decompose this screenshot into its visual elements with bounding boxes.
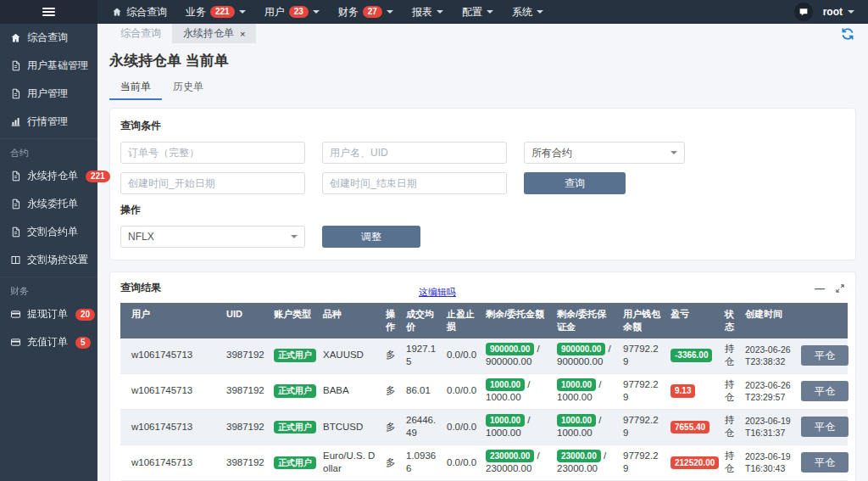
nav-item-2[interactable]: 用户23	[255, 0, 329, 24]
nav-item-label: 财务	[338, 5, 359, 20]
column-header: 操作	[381, 303, 402, 338]
cell-avg-price: 1927.15	[402, 338, 442, 374]
column-header: 用户	[120, 303, 222, 338]
expand-panel-icon[interactable]	[835, 283, 845, 294]
margin-badge: 23000.00	[557, 450, 601, 463]
nav-item-label: 综合查询	[126, 5, 167, 20]
pnl-badge: -3366.00	[670, 349, 712, 362]
cell-pnl: 7655.40	[666, 409, 721, 445]
cell-remain-amount: 1000.00 /1000.00	[481, 409, 553, 445]
sidebar-item-1[interactable]: 用户基础管理	[0, 52, 97, 80]
cell-remain-amount: 230000.00 /230000.00	[481, 445, 553, 480]
columns-icon	[10, 254, 21, 266]
close-position-button[interactable]: 平仓	[801, 417, 849, 437]
nav-item-3[interactable]: 财务27	[329, 0, 403, 24]
messages-button[interactable]	[794, 3, 813, 21]
column-header: 剩余/委托保证金	[553, 303, 619, 338]
sidebar-item-6[interactable]: 永续委托单	[0, 190, 97, 218]
cell-remain-margin: 1000.00 /1000.00	[553, 373, 619, 409]
nav-item-label: 系统	[512, 5, 532, 20]
annotation-link[interactable]: 这编辑吗	[419, 286, 456, 299]
refresh-button[interactable]	[841, 27, 854, 41]
results-table-body: w10617457133987192正式用户XAUUSD多1927.150.0/…	[120, 338, 848, 481]
card-icon	[10, 309, 21, 320]
home-icon	[10, 32, 21, 43]
amount-badge: 1000.00	[486, 378, 525, 392]
sidebar-item-5[interactable]: 永续持仓单221	[0, 162, 97, 190]
sidebar-item-label: 充值订单	[27, 335, 68, 350]
close-position-button[interactable]: 平仓	[801, 345, 849, 366]
sidebar-item-7[interactable]: 交割合约单	[0, 218, 97, 246]
close-tab-icon[interactable]: ×	[240, 29, 245, 39]
chevron-down-icon	[848, 10, 854, 14]
sidebar-item-8[interactable]: 交割场控设置	[0, 246, 97, 274]
nav-item-label: 配置	[462, 5, 482, 20]
pnl-badge: 212520.00	[670, 456, 719, 470]
top-navbar: 综合查询业务221用户23财务27报表配置系统 root	[0, 0, 868, 24]
sidebar-item-label: 提现订单	[27, 307, 68, 322]
column-header: 账户类型	[270, 303, 319, 338]
margin-badge: 1000.00	[557, 378, 596, 392]
close-position-button[interactable]: 平仓	[801, 452, 849, 473]
cell-direction: 多	[381, 373, 402, 409]
cell-remain-margin: 23000.00 /23000.00	[553, 445, 619, 480]
nav-item-5[interactable]: 配置	[453, 0, 503, 24]
nav-item-4[interactable]: 报表	[403, 0, 453, 24]
cell-created-time: 2023-06-26T23:38:32	[741, 338, 797, 374]
sidebar-item-3[interactable]: 行情管理	[0, 108, 97, 136]
tab-summary-query[interactable]: 综合查询	[109, 24, 172, 43]
tab-perpetual-positions[interactable]: 永续持仓单 ×	[172, 24, 256, 43]
account-type-badge: 正式用户	[274, 421, 316, 434]
username-uid-input[interactable]	[322, 142, 507, 164]
sidebar-toggle-button[interactable]	[0, 0, 97, 24]
cell-symbol: BABA	[319, 373, 381, 409]
margin-badge: 900000.00	[557, 343, 605, 356]
end-date-input[interactable]	[322, 172, 507, 194]
sidebar-item-11[interactable]: 充值订单5	[0, 328, 97, 356]
column-header: 状态	[721, 303, 741, 338]
cell-remain-margin: 900000.00 /900000.00	[553, 338, 619, 374]
sidebar-item-0[interactable]: 综合查询	[0, 24, 97, 52]
cell-action: 平仓	[797, 445, 848, 480]
table-row: w10617457133987192正式用户BABA多86.010.0/0.01…	[120, 373, 848, 409]
username: root	[823, 6, 843, 18]
adjust-button[interactable]: 调整	[322, 226, 420, 248]
cell-account-type: 正式用户	[270, 409, 319, 445]
nav-item-0[interactable]: 综合查询	[103, 0, 176, 24]
query-panel: 查询条件 所有合约 查询 操作 NFLX 调整	[109, 108, 856, 260]
collapse-panel-icon[interactable]: —	[815, 284, 825, 293]
refresh-icon	[841, 27, 854, 41]
navbar-right: root	[794, 0, 868, 24]
user-menu[interactable]: root	[823, 6, 854, 18]
cell-tp-sl: 0.0/0.0	[442, 409, 481, 445]
contract-select[interactable]: 所有合约	[524, 142, 685, 164]
main-nav: 综合查询业务221用户23财务27报表配置系统	[103, 0, 553, 24]
cell-wallet-balance: 97792.29	[619, 409, 666, 445]
symbol-select[interactable]: NFLX	[120, 226, 305, 248]
doc-icon	[10, 88, 21, 99]
sidebar-item-10[interactable]: 提现订单20	[0, 300, 97, 328]
cell-tp-sl: 0.0/0.0	[442, 338, 481, 374]
account-type-badge: 正式用户	[274, 456, 316, 470]
doc-icon	[10, 199, 21, 210]
sidebar-item-2[interactable]: 用户管理	[0, 80, 97, 108]
subtab-current-orders[interactable]: 当前单	[109, 74, 162, 100]
sidebar-item-label: 永续委托单	[27, 197, 78, 211]
column-header: 用户钱包余额	[619, 303, 666, 338]
nav-item-6[interactable]: 系统	[503, 0, 553, 24]
nav-item-1[interactable]: 业务221	[176, 0, 255, 24]
cell-user: w1061745713	[120, 338, 222, 374]
cell-uid: 3987192	[222, 409, 270, 445]
amount-badge: 900000.00	[486, 343, 534, 356]
subtab-history-orders[interactable]: 历史单	[162, 74, 214, 100]
sidebar-item-label: 交割合约单	[27, 225, 78, 239]
subtabs: 当前单 历史单	[109, 74, 856, 100]
order-number-input[interactable]	[120, 142, 305, 164]
pnl-badge: 7655.40	[670, 421, 709, 434]
cell-uid: 3987192	[222, 445, 270, 480]
column-header: 品种	[319, 303, 381, 338]
table-row: w10617457133987192正式用户XAUUSD多1927.150.0/…	[120, 338, 848, 374]
start-date-input[interactable]	[120, 172, 305, 194]
search-button[interactable]: 查询	[524, 172, 626, 194]
close-position-button[interactable]: 平仓	[801, 381, 849, 401]
